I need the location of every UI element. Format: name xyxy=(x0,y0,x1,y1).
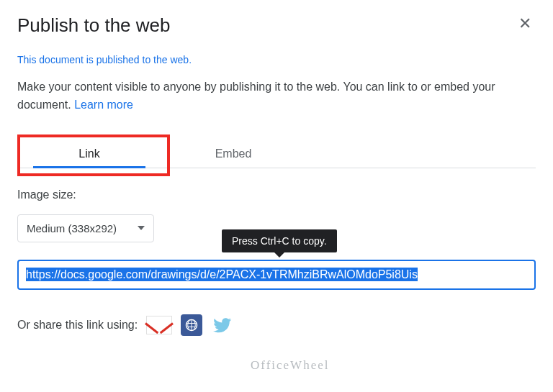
dialog-description: Make your content visible to anyone by p… xyxy=(17,78,536,114)
close-icon[interactable]: ✕ xyxy=(514,14,536,33)
facebook-glyph-icon xyxy=(184,318,199,332)
image-size-label: Image size: xyxy=(17,188,536,201)
tab-embed[interactable]: Embed xyxy=(161,140,305,168)
url-area: Press Ctrl+C to copy. https://docs.googl… xyxy=(17,260,536,290)
share-label: Or share this link using: xyxy=(17,319,138,332)
share-row: Or share this link using: xyxy=(17,314,536,336)
dialog-header: Publish to the web ✕ xyxy=(17,14,536,37)
twitter-icon[interactable] xyxy=(211,314,234,336)
twitter-glyph-icon xyxy=(212,316,233,334)
facebook-icon[interactable] xyxy=(181,314,202,336)
gmail-icon[interactable] xyxy=(146,316,172,334)
published-url-input[interactable]: https://docs.google.com/drawings/d/e/2PA… xyxy=(17,260,536,290)
tabs-container: Link Embed xyxy=(17,140,536,168)
learn-more-link[interactable]: Learn more xyxy=(74,99,133,111)
chevron-down-icon xyxy=(138,226,145,230)
copy-tooltip: Press Ctrl+C to copy. xyxy=(222,229,337,252)
published-url-text: https://docs.google.com/drawings/d/e/2PA… xyxy=(26,268,418,281)
publish-status-link[interactable]: This document is published to the web. xyxy=(17,54,536,65)
tab-link[interactable]: Link xyxy=(17,140,161,168)
dialog-title: Publish to the web xyxy=(17,14,170,37)
watermark-text: OfficeWheel xyxy=(251,358,329,373)
image-size-select[interactable]: Medium (338x292) xyxy=(17,214,154,242)
publish-dialog: Publish to the web ✕ This document is pu… xyxy=(0,0,553,350)
tabs: Link Embed xyxy=(17,140,536,168)
image-size-value: Medium (338x292) xyxy=(27,222,117,234)
